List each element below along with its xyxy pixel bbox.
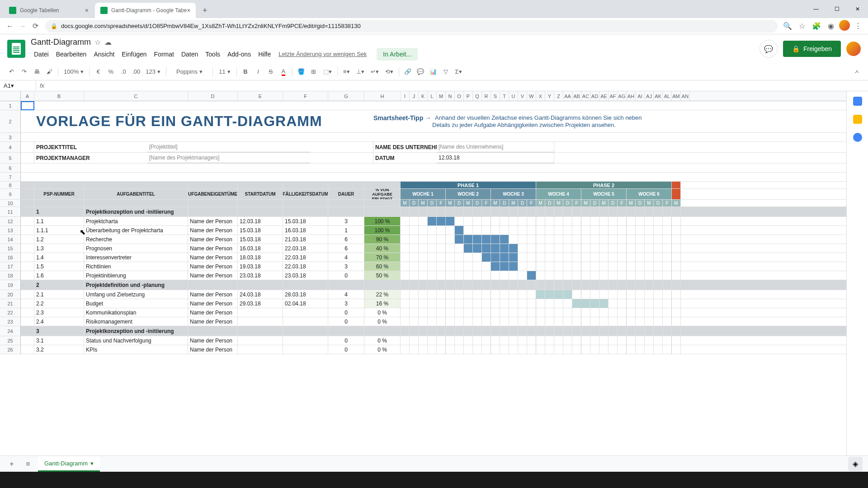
- cell[interactable]: [410, 280, 419, 290]
- strikethrough-button[interactable]: S: [265, 66, 277, 78]
- cell[interactable]: 1: [328, 226, 364, 235]
- cell[interactable]: [599, 253, 609, 262]
- cell[interactable]: 1.5: [34, 262, 84, 271]
- cell[interactable]: [554, 326, 563, 336]
- cell[interactable]: [663, 326, 672, 336]
- h-align-button[interactable]: ≡▾: [340, 66, 353, 78]
- cell[interactable]: [599, 235, 609, 244]
- cell[interactable]: [437, 262, 446, 271]
- cell[interactable]: AUFGABENTITEL: [84, 189, 188, 199]
- cell[interactable]: [554, 308, 563, 317]
- cell[interactable]: [518, 336, 527, 345]
- cell[interactable]: [491, 271, 500, 280]
- cell[interactable]: AUFGABENEIGENTÜMER: [188, 189, 238, 199]
- cell[interactable]: [590, 280, 599, 290]
- cell[interactable]: [428, 308, 437, 317]
- cell[interactable]: [21, 280, 34, 290]
- cell[interactable]: M: [581, 200, 590, 206]
- cell[interactable]: [518, 326, 527, 336]
- comment-button[interactable]: 💬: [415, 66, 426, 78]
- cell[interactable]: [563, 235, 572, 244]
- cell[interactable]: 12.03.18: [238, 217, 283, 225]
- cell[interactable]: [491, 299, 500, 308]
- cell[interactable]: [455, 217, 464, 225]
- cell[interactable]: D: [590, 200, 599, 206]
- cell[interactable]: [21, 226, 34, 235]
- cell[interactable]: [21, 189, 34, 199]
- cell[interactable]: [188, 182, 238, 188]
- cell[interactable]: [482, 299, 491, 308]
- cell[interactable]: [455, 336, 464, 345]
- cell[interactable]: [590, 271, 599, 280]
- cell[interactable]: [536, 244, 545, 253]
- cell[interactable]: [618, 244, 627, 253]
- cell[interactable]: WOCHE 2: [446, 189, 491, 199]
- cell[interactable]: 16 %: [364, 299, 401, 308]
- cell[interactable]: 2.4: [34, 317, 84, 326]
- cell[interactable]: [554, 244, 563, 253]
- cell[interactable]: [572, 226, 581, 235]
- cell[interactable]: D: [545, 200, 554, 206]
- cell[interactable]: [645, 345, 654, 354]
- cell[interactable]: [618, 308, 627, 317]
- select-all-corner[interactable]: [0, 91, 21, 101]
- cell[interactable]: 4: [328, 290, 364, 299]
- cell[interactable]: [663, 244, 672, 253]
- cell[interactable]: [491, 290, 500, 299]
- cell[interactable]: [455, 244, 464, 253]
- cell[interactable]: 15.03.18: [283, 217, 328, 225]
- cell[interactable]: [645, 336, 654, 345]
- minimize-button[interactable]: —: [806, 0, 826, 18]
- cell[interactable]: [283, 182, 328, 188]
- cell[interactable]: [482, 326, 491, 336]
- cell[interactable]: [536, 280, 545, 290]
- cell[interactable]: [563, 345, 572, 354]
- cell[interactable]: [34, 182, 84, 188]
- star-icon[interactable]: ☆: [94, 38, 101, 47]
- zoom-icon[interactable]: 🔍: [781, 20, 794, 33]
- filter-button[interactable]: ▽: [440, 66, 452, 78]
- column-header[interactable]: AB: [572, 91, 581, 101]
- cell[interactable]: [545, 226, 554, 235]
- cell[interactable]: [609, 280, 618, 290]
- cell[interactable]: [554, 280, 563, 290]
- cell[interactable]: 02.04.18: [283, 299, 328, 308]
- cell[interactable]: [455, 235, 464, 244]
- cell[interactable]: [446, 271, 455, 280]
- cell[interactable]: [21, 345, 34, 354]
- cell[interactable]: 0: [328, 308, 364, 317]
- cell[interactable]: [654, 308, 663, 317]
- cell[interactable]: Überarbeitung der Projektcharta: [84, 226, 188, 235]
- cell[interactable]: [554, 336, 563, 345]
- cell[interactable]: [563, 207, 572, 216]
- cell[interactable]: [428, 207, 437, 216]
- cell[interactable]: [518, 253, 527, 262]
- cell[interactable]: [545, 308, 554, 317]
- cell[interactable]: 2: [34, 280, 84, 290]
- cell[interactable]: [554, 253, 563, 262]
- cell[interactable]: [654, 317, 663, 326]
- cell[interactable]: [609, 271, 618, 280]
- increase-decimal-button[interactable]: .00: [130, 66, 142, 78]
- cell[interactable]: [672, 326, 681, 336]
- cell[interactable]: [473, 235, 482, 244]
- cell[interactable]: [482, 308, 491, 317]
- cell[interactable]: [518, 308, 527, 317]
- cell[interactable]: [428, 317, 437, 326]
- cell[interactable]: [509, 299, 518, 308]
- cell[interactable]: [509, 226, 518, 235]
- column-header[interactable]: M: [437, 91, 446, 101]
- cell[interactable]: [663, 262, 672, 271]
- cell[interactable]: [491, 317, 500, 326]
- cell[interactable]: [364, 207, 401, 216]
- cell[interactable]: [238, 207, 283, 216]
- cell[interactable]: 0: [328, 271, 364, 280]
- cell[interactable]: [572, 207, 581, 216]
- cell[interactable]: [536, 345, 545, 354]
- cell[interactable]: 18.03.18: [238, 253, 283, 262]
- cell[interactable]: [654, 280, 663, 290]
- cell[interactable]: [473, 271, 482, 280]
- last-edit-text[interactable]: Letzte Änderung vor wenigen Sek: [278, 51, 367, 57]
- cell[interactable]: M: [509, 200, 518, 206]
- cell[interactable]: [609, 336, 618, 345]
